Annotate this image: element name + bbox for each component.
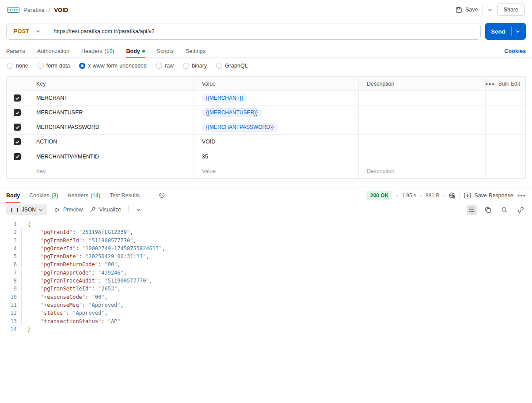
radio-icon — [7, 63, 13, 69]
response-more-options-icon[interactable]: ●●● — [517, 193, 526, 198]
param-description-field[interactable] — [358, 120, 485, 134]
param-row: MERCHANTUSER {{MERCHANTUSER}} — [7, 105, 525, 120]
breadcrumb-request-name[interactable]: VOID — [54, 7, 68, 13]
row-checkbox-checked[interactable] — [14, 153, 21, 160]
row-end-cell — [485, 105, 525, 120]
dot-separator-icon — [443, 195, 445, 196]
checkbox-cell — [7, 135, 28, 149]
param-key-field[interactable]: ACTION — [28, 135, 194, 149]
status-badge: 200 OK — [366, 191, 392, 200]
url-box: POST https://test.paratika.com.tr/parati… — [6, 23, 481, 40]
divider — [149, 192, 149, 199]
param-description-field[interactable] — [358, 105, 485, 120]
urlencoded-params-table: Key Value Description ●●● Bulk Edit MERC… — [6, 76, 526, 179]
send-button[interactable]: Send — [485, 23, 526, 40]
method-selector[interactable]: POST — [7, 28, 35, 34]
select-all-cell — [7, 77, 28, 90]
response-size: 881 B — [426, 192, 439, 199]
body-mode-binary[interactable]: binary — [183, 63, 207, 69]
body-modified-dot-icon — [142, 50, 145, 53]
param-description-field[interactable] — [358, 149, 485, 164]
more-views-chevron-icon[interactable] — [136, 207, 141, 212]
param-value-field[interactable]: {{MERCHANT}} — [194, 91, 358, 105]
visualize-button[interactable]: Visualize — [90, 207, 121, 213]
network-info-globe-lock-icon[interactable] — [448, 192, 456, 199]
tab-body[interactable]: Body — [126, 45, 145, 57]
method-chevron-icon[interactable] — [35, 29, 47, 34]
preview-label: Preview — [63, 207, 83, 213]
bulk-edit-button[interactable]: ●●● Bulk Edit — [485, 77, 525, 90]
search-icon[interactable] — [499, 205, 509, 215]
tab-params[interactable]: Params — [6, 45, 25, 57]
preview-button[interactable]: Preview — [54, 207, 83, 213]
column-header-value: Value — [194, 77, 358, 90]
breadcrumb-collection[interactable]: Paratika — [23, 7, 45, 13]
param-value-field[interactable]: {{MERCHANTUSER}} — [194, 105, 358, 120]
body-mode-raw[interactable]: raw — [156, 63, 174, 69]
code-line: 9 "pgTranSettleId": "2653", — [0, 285, 532, 293]
row-end-cell — [485, 135, 525, 149]
response-meta: 200 OK 1.95 s 881 B Save Response ●●● — [366, 191, 526, 200]
param-description-field[interactable] — [358, 91, 485, 105]
code-line: 8 "pgTranTraceAudit": "511900577770", — [0, 277, 532, 285]
response-history-icon[interactable] — [159, 192, 165, 199]
tab-authorization[interactable]: Authorization — [37, 45, 69, 57]
visualize-label: Visualize — [99, 207, 121, 213]
body-mode-selector: none form-data x-www-form-urlencoded raw… — [0, 58, 532, 74]
tab-headers[interactable]: Headers(10) — [81, 45, 114, 57]
tab-scripts[interactable]: Scripts — [157, 45, 174, 57]
column-header-key: Key — [28, 77, 194, 90]
param-description-field[interactable] — [358, 135, 485, 149]
param-value-field[interactable]: {{MERCHANTPASSWORD}} — [194, 120, 358, 134]
response-tab-headers[interactable]: Headers(14) — [68, 188, 100, 203]
request-tabs-bar: Params Authorization Headers(10) Body Sc… — [0, 45, 532, 58]
link-icon[interactable] — [516, 205, 526, 215]
radio-icon — [216, 63, 222, 69]
response-tab-test-results[interactable]: Test Results — [110, 188, 140, 203]
body-mode-urlencoded[interactable]: x-www-form-urlencoded — [79, 63, 147, 69]
chevron-down-icon — [38, 207, 43, 212]
url-input[interactable]: https://test.paratika.com.tr/paratika/ap… — [47, 28, 155, 34]
divider — [483, 5, 483, 14]
ellipsis-icon: ●●● — [485, 81, 495, 87]
row-checkbox-checked[interactable] — [14, 124, 21, 131]
params-table-header: Key Value Description ●●● Bulk Edit — [7, 77, 525, 91]
save-options-chevron-icon[interactable] — [487, 7, 493, 12]
row-checkbox-checked[interactable] — [14, 109, 21, 116]
wrap-text-icon[interactable] — [467, 205, 477, 215]
body-mode-graphql[interactable]: GraphQL — [216, 63, 247, 69]
cookies-count: (3) — [51, 192, 58, 199]
copy-icon[interactable] — [483, 205, 493, 215]
param-value-field[interactable]: VOID — [194, 135, 358, 149]
key-input[interactable]: Key — [28, 164, 194, 178]
body-mode-form-data[interactable]: form-data — [38, 63, 70, 69]
body-mode-none[interactable]: none — [7, 63, 28, 69]
param-key-field[interactable]: MERCHANTPASSWORD — [28, 120, 194, 134]
bulk-edit-label: Bulk Edit — [498, 81, 520, 87]
row-checkbox-checked[interactable] — [14, 94, 21, 102]
value-input[interactable]: Value — [194, 164, 358, 178]
format-dropdown[interactable]: { } JSON — [6, 204, 47, 215]
response-tab-cookies[interactable]: Cookies(3) — [29, 188, 58, 203]
checkbox-cell — [7, 91, 28, 105]
code-line: 3 "pgTranRefId": "511900577770", — [0, 237, 532, 245]
save-response-button[interactable]: Save Response — [464, 192, 513, 199]
send-options-chevron-icon[interactable] — [512, 23, 524, 40]
code-line: 4 "pgOrderId": "10002749-1745875582461I"… — [0, 245, 532, 252]
tab-settings[interactable]: Settings — [186, 45, 205, 57]
code-line: 12 "status": "Approved", — [0, 309, 532, 317]
response-body-json[interactable]: 1{2 "pgTranId": "25119AfLG12239",3 "pgTr… — [0, 220, 532, 333]
response-tab-body[interactable]: Body — [6, 188, 20, 203]
save-button[interactable]: Save — [456, 7, 478, 13]
param-key-field[interactable]: MERCHANTUSER — [28, 105, 194, 120]
cookies-link[interactable]: Cookies — [504, 48, 526, 54]
param-key-field[interactable]: MERCHANT — [28, 91, 194, 105]
row-checkbox-checked[interactable] — [14, 138, 21, 145]
param-value-field[interactable]: 35 — [194, 149, 358, 164]
code-line: 14} — [0, 325, 532, 333]
share-button[interactable]: Share — [497, 4, 525, 16]
description-input[interactable]: Description — [358, 164, 485, 178]
breadcrumb: HTTP Paratika / VOID — [7, 7, 68, 13]
save-response-label: Save Response — [474, 192, 513, 199]
param-key-field[interactable]: MERCHANTPAYMENTID — [28, 149, 194, 164]
